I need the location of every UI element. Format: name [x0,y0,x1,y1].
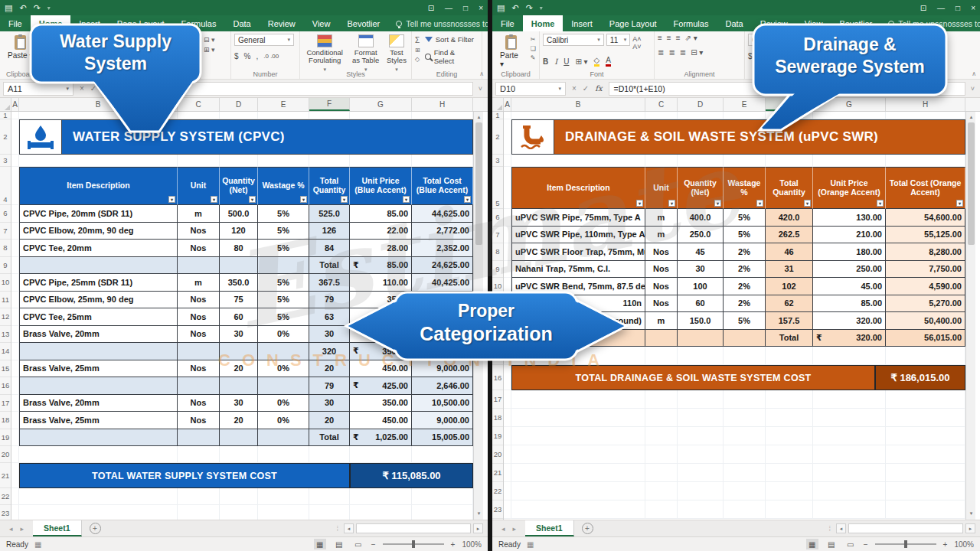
table-cell[interactable]: 5,270.00 [886,295,965,313]
empty-cell[interactable] [645,155,678,167]
ribbon-tab-insert[interactable]: Insert [563,15,601,31]
table-cell[interactable]: uPVC SWR Bend, 75mm, 87.5 deg [511,278,645,295]
table-cell[interactable]: 110n [511,295,645,313]
empty-cell[interactable] [813,347,886,365]
empty-cell[interactable] [511,464,645,482]
table-cell[interactable] [412,343,473,360]
empty-cell[interactable] [645,500,678,519]
table-cell[interactable]: 75 [220,292,258,309]
scroll-up-icon[interactable]: ▴ [966,112,976,122]
ribbon-tab-bevotlier[interactable]: Bevotlier [831,15,880,31]
ribbon-tab-file[interactable]: File [0,15,31,31]
select-all-corner[interactable] [0,98,11,111]
vertical-scroll-thumb[interactable] [475,122,482,245]
table-cell[interactable]: 22.00 [350,223,412,240]
empty-cell[interactable] [766,112,813,119]
table-cell[interactable]: 45.00 [813,278,886,295]
number-format-select[interactable]: General▾ [234,34,294,46]
table-cell[interactable]: 350.0 [220,274,258,292]
align-center-icon[interactable]: ≣ [668,48,675,57]
table-cell[interactable] [178,377,220,395]
empty-cell[interactable] [350,488,412,505]
empty-cell[interactable] [813,482,886,500]
table-cell[interactable]: 2,646.00 [412,377,473,395]
empty-cell[interactable] [678,409,724,427]
table-cell[interactable]: 0% [258,395,309,412]
column-header-d[interactable]: D [678,98,724,111]
filter-dropdown-icon[interactable]: ▾ [464,196,471,203]
column-header-g[interactable]: G [813,98,886,111]
table-cell[interactable]: CPVC Pipe, 25mm (SDR 11) [19,274,178,292]
zoom-in-icon[interactable]: + [451,540,456,549]
table-cell[interactable] [19,429,178,447]
vertical-scrollbar[interactable]: ▴ ▾ [473,112,483,520]
empty-cell[interactable] [813,112,886,119]
merge-center-icon[interactable]: ⊟ ▾ [691,48,703,57]
table-cell[interactable]: 9,000.00 [412,412,473,429]
column-header-b[interactable]: B [511,98,645,111]
table-cell[interactable]: ₹1,025.00 [350,429,412,447]
autosum-icon[interactable]: Σ [415,36,420,44]
collapse-ribbon-icon[interactable]: ∧ [972,70,976,77]
table-cell[interactable]: 2% [724,295,766,313]
empty-cell[interactable] [886,482,965,500]
filter-dropdown-icon[interactable]: ▾ [341,196,348,203]
table-cell[interactable]: 45 [678,243,724,261]
scroll-down-icon[interactable]: ▾ [966,508,976,518]
table-cell[interactable]: Nos [178,360,220,378]
empty-cell[interactable] [511,500,645,519]
name-box[interactable]: A11▾ [3,82,74,96]
empty-cell[interactable] [309,155,350,167]
table-cell[interactable] [178,429,220,447]
table-cell[interactable]: 450.00 [350,360,412,378]
empty-cell[interactable] [645,464,678,482]
table-cell[interactable]: 2% [724,243,766,261]
table-cell[interactable]: 102 [766,278,813,295]
insert-function-icon[interactable]: fx [595,84,602,93]
empty-cell[interactable] [766,445,813,464]
qat-chevron-icon[interactable]: ▾ [540,5,543,11]
empty-cell[interactable] [511,482,645,500]
cell-styles-button[interactable]: Test Styles▾ [385,34,408,73]
empty-cell[interactable] [645,445,678,464]
filter-dropdown-icon[interactable]: ▾ [636,200,643,207]
empty-cell[interactable] [19,488,178,505]
table-cell[interactable]: 2,352.00 [412,240,473,257]
table-cell[interactable] [220,343,258,360]
zoom-out-icon[interactable]: − [864,540,868,549]
table-cell[interactable]: m [178,205,220,223]
table-cell[interactable]: 79 [309,377,350,395]
empty-cell[interactable] [886,464,965,482]
cancel-icon[interactable]: × [572,84,577,93]
normal-view-icon[interactable]: ▦ [314,539,326,549]
table-cell[interactable]: 330.00 [350,326,412,344]
empty-cell[interactable] [678,482,724,500]
filter-dropdown-icon[interactable]: ▾ [804,200,811,207]
copy-icon[interactable]: ❏ [531,45,536,52]
empty-cell[interactable] [309,505,350,520]
empty-cell[interactable] [511,427,645,445]
table-cell[interactable]: 0% [258,326,309,344]
empty-cell[interactable] [178,112,220,119]
undo-icon[interactable]: ↶ [19,3,26,13]
empty-cell[interactable] [724,445,766,464]
table-cell[interactable]: Nos [178,223,220,240]
table-cell[interactable]: 120 [220,223,258,240]
empty-cell[interactable] [678,464,724,482]
table-cell[interactable]: m [645,209,678,227]
orientation-icon[interactable]: ⇗ ▾ [685,34,697,42]
close-button[interactable]: × [479,4,483,12]
currency-format-icon[interactable]: $ [234,52,239,60]
ribbon-tab-formulas[interactable]: Formulas [173,15,225,31]
insert-function-icon[interactable]: fx [103,84,109,93]
enter-icon[interactable]: ✓ [583,84,589,93]
table-cell[interactable]: CPVC Tee, 25mm [19,308,178,326]
table-cell[interactable] [511,330,645,347]
table-cell[interactable] [220,429,258,447]
table-cell[interactable]: 2,772.00 [412,223,473,240]
empty-cell[interactable] [511,445,645,464]
ribbon-tab-data[interactable]: Data [717,15,751,31]
sheet-tab[interactable]: Sheet1 [33,520,81,536]
table-cell[interactable]: 157.5 [766,312,813,330]
column-header-f[interactable]: F [766,98,813,111]
